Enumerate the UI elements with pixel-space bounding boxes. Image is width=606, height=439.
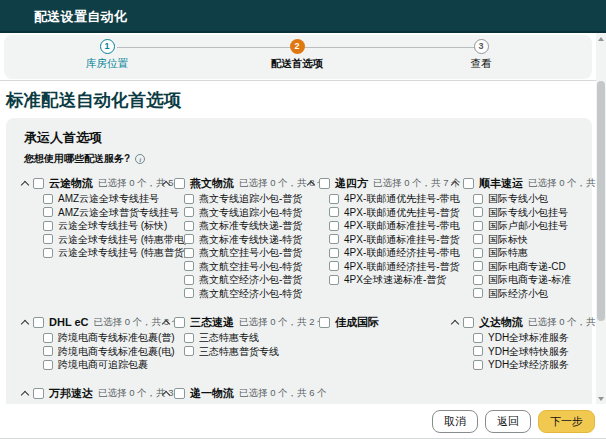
cancel-button[interactable]: 取消 — [432, 410, 478, 433]
service-option[interactable]: 燕文航空经济小包-普货 — [184, 274, 308, 285]
service-checkbox[interactable] — [473, 275, 483, 285]
carrier-group-checkbox[interactable] — [33, 317, 44, 328]
service-checkbox[interactable] — [184, 194, 194, 204]
service-option[interactable]: 燕文航空经济小包-特货 — [184, 288, 308, 299]
collapse-chevron-icon[interactable] — [162, 391, 170, 399]
scrollbar-thumb[interactable] — [597, 81, 605, 321]
service-checkbox[interactable] — [473, 333, 483, 343]
service-option[interactable]: 跨境电商可追踪包裹 — [43, 359, 163, 370]
carrier-group-checkbox[interactable] — [174, 317, 185, 328]
collapse-chevron-icon[interactable] — [451, 180, 459, 188]
service-checkbox[interactable] — [473, 288, 483, 298]
service-checkbox[interactable] — [184, 288, 194, 298]
service-checkbox[interactable] — [473, 194, 483, 204]
service-option[interactable]: 4PX-联邮通经济挂号-带电 — [329, 247, 452, 258]
service-option[interactable]: AMZ云途全球专线挂号 — [43, 193, 163, 204]
info-icon[interactable]: i — [135, 154, 145, 164]
service-option[interactable]: 燕文标准专线快递-普货 — [184, 220, 308, 231]
service-checkbox[interactable] — [43, 360, 53, 370]
carrier-group-checkbox[interactable] — [463, 317, 474, 328]
service-option[interactable]: YDH全球特快服务 — [473, 346, 596, 357]
service-checkbox[interactable] — [473, 261, 483, 271]
back-button[interactable]: 返回 — [485, 410, 531, 433]
carrier-group-checkbox[interactable] — [174, 388, 185, 399]
service-checkbox[interactable] — [473, 346, 483, 356]
service-checkbox[interactable] — [43, 248, 53, 258]
service-option[interactable]: 跨境电商专线标准包裹(普) — [43, 332, 163, 343]
service-option[interactable]: 4PX-联邮通优先挂号-带电 — [329, 193, 452, 204]
service-option[interactable]: 4PX全球速递标准-普货 — [329, 274, 452, 285]
service-checkbox[interactable] — [43, 333, 53, 343]
scroll-up-arrow-icon[interactable] — [598, 37, 604, 41]
collapse-chevron-icon[interactable] — [21, 180, 29, 188]
service-option[interactable]: YDH全球标准服务 — [473, 332, 596, 343]
service-option[interactable]: 云途全球专线挂号 (标快) — [43, 220, 163, 231]
service-option[interactable]: 国际卢邮小包挂号 — [473, 220, 596, 231]
service-checkbox[interactable] — [329, 275, 339, 285]
service-checkbox[interactable] — [184, 207, 194, 217]
service-checkbox[interactable] — [184, 248, 194, 258]
service-checkbox[interactable] — [43, 234, 53, 244]
collapse-chevron-icon[interactable] — [162, 180, 170, 188]
service-checkbox[interactable] — [473, 234, 483, 244]
service-option[interactable]: 燕文航空挂号小包-普货 — [184, 247, 308, 258]
service-option[interactable]: 国际特惠 — [473, 247, 596, 258]
service-checkbox[interactable] — [43, 346, 53, 356]
service-checkbox[interactable] — [329, 248, 339, 258]
service-option[interactable]: 三态特惠专线 — [184, 332, 308, 343]
collapse-chevron-icon[interactable] — [307, 180, 315, 188]
service-checkbox[interactable] — [329, 207, 339, 217]
service-option[interactable]: 燕文专线追踪小包-普货 — [184, 193, 308, 204]
service-option[interactable]: 云途全球专线挂号 (特惠带电) — [43, 234, 163, 245]
service-option[interactable]: YDH全球经济服务 — [473, 359, 596, 370]
service-option[interactable]: 国际专线小包挂号 — [473, 207, 596, 218]
collapse-chevron-icon[interactable] — [21, 319, 29, 327]
carrier-group-checkbox[interactable] — [33, 388, 44, 399]
step-shipping-preferences[interactable]: 2 配送首选项 — [232, 39, 362, 71]
carrier-group-checkbox[interactable] — [463, 178, 474, 189]
service-option[interactable]: 4PX-联邮通优先挂号-普货 — [329, 207, 452, 218]
service-checkbox[interactable] — [329, 194, 339, 204]
service-checkbox[interactable] — [329, 261, 339, 271]
service-checkbox[interactable] — [43, 221, 53, 231]
service-option[interactable]: 燕文航空挂号小包-特货 — [184, 261, 308, 272]
service-checkbox[interactable] — [184, 261, 194, 271]
carrier-group-checkbox[interactable] — [174, 178, 185, 189]
collapse-chevron-icon[interactable] — [21, 391, 29, 399]
scroll-down-arrow-icon[interactable] — [598, 397, 604, 401]
service-option[interactable]: 4PX-联邮通标准挂号-带电 — [329, 220, 452, 231]
service-option[interactable]: 4PX-联邮通标准挂号-普货 — [329, 234, 452, 245]
carrier-group-checkbox[interactable] — [319, 178, 330, 189]
service-option[interactable]: 云途全球专线挂号 (特惠普货) — [43, 247, 163, 258]
service-checkbox[interactable] — [329, 221, 339, 231]
service-checkbox[interactable] — [473, 248, 483, 258]
service-option[interactable]: 燕文专线追踪小包-特货 — [184, 207, 308, 218]
service-option[interactable]: AMZ云途全球普货专线挂号 — [43, 207, 163, 218]
service-checkbox[interactable] — [473, 221, 483, 231]
step-warehouse-location[interactable]: 1 库房位置 — [42, 39, 172, 71]
collapse-chevron-icon[interactable] — [162, 319, 170, 327]
carrier-group-checkbox[interactable] — [319, 317, 330, 328]
service-option[interactable]: 国际电商专递-CD — [473, 261, 596, 272]
service-checkbox[interactable] — [184, 234, 194, 244]
collapse-chevron-icon[interactable] — [451, 319, 459, 327]
service-option[interactable]: 国际标快 — [473, 234, 596, 245]
service-option[interactable]: 4PX-联邮通经济挂号-普货 — [329, 261, 452, 272]
service-checkbox[interactable] — [43, 194, 53, 204]
service-checkbox[interactable] — [329, 234, 339, 244]
service-checkbox[interactable] — [473, 207, 483, 217]
service-checkbox[interactable] — [184, 275, 194, 285]
service-checkbox[interactable] — [43, 207, 53, 217]
service-checkbox[interactable] — [184, 221, 194, 231]
service-option[interactable]: 国际专线小包 — [473, 193, 596, 204]
service-option[interactable]: 国际经济小包 — [473, 288, 596, 299]
service-option[interactable]: 燕文标准专线快递-特货 — [184, 234, 308, 245]
carrier-group-checkbox[interactable] — [33, 178, 44, 189]
service-option[interactable]: 国际电商专递-标准 — [473, 274, 596, 285]
service-checkbox[interactable] — [184, 333, 194, 343]
next-step-button[interactable]: 下一步 — [538, 410, 595, 433]
service-checkbox[interactable] — [184, 346, 194, 356]
service-option[interactable]: 跨境电商专线标准包裹(电) — [43, 346, 163, 357]
service-checkbox[interactable] — [473, 360, 483, 370]
service-option[interactable]: 三态特惠普货专线 — [184, 346, 308, 357]
